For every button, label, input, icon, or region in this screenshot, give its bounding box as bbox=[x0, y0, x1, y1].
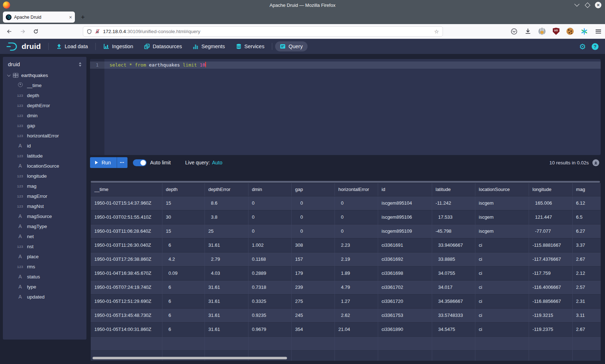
cell[interactable]: 6 bbox=[162, 294, 205, 308]
cell[interactable]: -119.2375 bbox=[529, 322, 572, 336]
cell[interactable]: 4.79 bbox=[335, 280, 378, 294]
lock-slash-icon[interactable] bbox=[95, 29, 100, 34]
cell[interactable]: 2.79 bbox=[205, 252, 248, 266]
cell[interactable]: 6 bbox=[162, 280, 205, 294]
cell[interactable]: ci bbox=[475, 266, 529, 280]
forward-button[interactable] bbox=[18, 27, 27, 36]
asterisk-icon[interactable] bbox=[580, 27, 588, 35]
cell[interactable]: 25 bbox=[205, 224, 248, 238]
cell[interactable]: -119.3215 bbox=[529, 308, 572, 322]
privacy-badger-icon[interactable] bbox=[538, 27, 546, 35]
sidebar-column-rms[interactable]: 123 rms bbox=[3, 261, 86, 272]
sidebar-column-horizontalError[interactable]: 123 horizontalError bbox=[3, 131, 86, 141]
cell[interactable]: ci bbox=[475, 238, 529, 252]
horizontal-scrollbar[interactable] bbox=[93, 357, 287, 359]
cell[interactable]: 3.37 bbox=[572, 238, 601, 252]
cell[interactable]: 0.3325 bbox=[248, 294, 291, 308]
cell[interactable]: 0 bbox=[248, 224, 291, 238]
cell[interactable]: 1950-01-05T13:45:48.730Z bbox=[91, 308, 162, 322]
cell[interactable]: 0 bbox=[291, 196, 335, 210]
pane-splitter[interactable] bbox=[91, 181, 600, 183]
sidebar-column-longitude[interactable]: 123 longitude bbox=[3, 171, 86, 181]
cell[interactable]: ci bbox=[475, 252, 529, 266]
tab-close-icon[interactable] bbox=[69, 14, 72, 20]
cell[interactable]: ci3361890 bbox=[378, 322, 432, 336]
cell[interactable]: 3.8 bbox=[205, 210, 248, 224]
new-tab-button[interactable] bbox=[78, 12, 88, 22]
cookie-icon[interactable] bbox=[566, 27, 574, 35]
sidebar-column-mag[interactable]: 123 mag bbox=[3, 181, 86, 191]
column-header-mag[interactable]: mag bbox=[572, 183, 601, 196]
cell[interactable]: 2.31 bbox=[572, 294, 601, 308]
cell[interactable]: 0.9679 bbox=[248, 322, 291, 336]
cell[interactable]: 21.04 bbox=[335, 322, 378, 336]
navbar-item-segments[interactable]: Segments bbox=[188, 41, 229, 51]
sidebar-column-time[interactable]: __time bbox=[3, 80, 86, 90]
tracking-shield-icon[interactable] bbox=[87, 29, 92, 35]
cell[interactable]: 2.57 bbox=[572, 280, 601, 294]
cell[interactable]: 0.9235 bbox=[248, 308, 291, 322]
run-button[interactable]: Run bbox=[90, 157, 117, 168]
column-header-horizontalError[interactable]: horizontalError bbox=[335, 183, 378, 196]
url-bar[interactable]: 172.18.0.4:30109/unified-console.html#qu… bbox=[83, 26, 443, 37]
cell[interactable]: 1.002 bbox=[248, 238, 291, 252]
bookmark-star-icon[interactable] bbox=[434, 28, 439, 35]
cell[interactable]: 1950-01-03T11:06:28.640Z bbox=[91, 224, 162, 238]
cell[interactable]: 31.61 bbox=[205, 280, 248, 294]
cell[interactable]: 0.09 bbox=[162, 266, 205, 280]
cell[interactable]: iscgem895104 bbox=[378, 196, 432, 210]
column-header-gap[interactable]: gap bbox=[291, 183, 335, 196]
sidebar-column-type[interactable]: A type bbox=[3, 282, 86, 292]
cell[interactable]: ci3361691 bbox=[378, 238, 432, 252]
cell[interactable]: 2.67 bbox=[572, 322, 601, 336]
cell[interactable]: 2.67 bbox=[572, 252, 601, 266]
sidebar-column-dmin[interactable]: 123 dmin bbox=[3, 110, 86, 120]
cell[interactable]: 31.61 bbox=[205, 238, 248, 252]
cell[interactable]: 2.62 bbox=[335, 308, 378, 322]
cell[interactable]: 245 bbox=[291, 308, 335, 322]
cell[interactable]: 157 bbox=[291, 252, 335, 266]
sidebar-column-id[interactable]: A id bbox=[3, 141, 86, 151]
cell[interactable]: 239 bbox=[291, 280, 335, 294]
live-query-value[interactable]: Auto bbox=[212, 160, 223, 165]
cell[interactable]: -117.759 bbox=[529, 266, 572, 280]
sidebar-column-locationSource[interactable]: A locationSource bbox=[3, 161, 86, 171]
column-header-time[interactable]: __time bbox=[91, 183, 162, 196]
cell[interactable]: 33.8885 bbox=[432, 252, 475, 266]
sidebar-column-latitude[interactable]: 123 latitude bbox=[3, 151, 86, 161]
cell[interactable]: 31.61 bbox=[205, 308, 248, 322]
cell[interactable]: 1950-01-04T16:38:45.670Z bbox=[91, 266, 162, 280]
window-close-icon[interactable]: ✕ bbox=[595, 2, 601, 8]
cell[interactable]: 0 bbox=[248, 210, 291, 224]
sidebar-column-status[interactable]: A status bbox=[3, 272, 86, 282]
cell[interactable]: iscgem bbox=[475, 210, 529, 224]
sidebar-column-magNst[interactable]: 123 magNst bbox=[3, 201, 86, 211]
navbar-item-services[interactable]: Services bbox=[231, 41, 269, 51]
cell[interactable]: 0 bbox=[291, 210, 335, 224]
column-header-depthError[interactable]: depthError bbox=[205, 183, 248, 196]
cell[interactable]: 30 bbox=[162, 210, 205, 224]
cell[interactable]: -77.077 bbox=[529, 224, 572, 238]
cell[interactable]: 0.7318 bbox=[248, 280, 291, 294]
cell[interactable]: 6.27 bbox=[572, 224, 601, 238]
cell[interactable]: ci bbox=[475, 322, 529, 336]
cell[interactable]: 2.12 bbox=[572, 266, 601, 280]
cell[interactable]: 31.61 bbox=[205, 322, 248, 336]
cell[interactable]: 1950-01-03T11:26:30.040Z bbox=[91, 238, 162, 252]
cell[interactable]: 0.1168 bbox=[248, 252, 291, 266]
column-header-dmin[interactable]: dmin bbox=[248, 183, 291, 196]
sidebar-column-magSource[interactable]: A magSource bbox=[3, 211, 86, 221]
sidebar-column-gap[interactable]: 123 gap bbox=[3, 120, 86, 131]
cell[interactable]: 0 bbox=[291, 224, 335, 238]
cell[interactable]: 34.0755 bbox=[432, 266, 475, 280]
cell[interactable]: 6.12 bbox=[572, 196, 601, 210]
cell[interactable]: 15 bbox=[162, 196, 205, 210]
cell[interactable]: 6.5 bbox=[572, 210, 601, 224]
sidebar-table-earthquakes[interactable]: earthquakes bbox=[3, 70, 86, 80]
column-header-id[interactable]: id bbox=[378, 183, 432, 196]
cell[interactable]: ci3361720 bbox=[378, 294, 432, 308]
download-icon[interactable] bbox=[524, 27, 532, 35]
cell[interactable]: 1950-01-05T14:00:31.860Z bbox=[91, 322, 162, 336]
cell[interactable]: 179 bbox=[291, 266, 335, 280]
window-minimize-icon[interactable] bbox=[574, 2, 580, 8]
